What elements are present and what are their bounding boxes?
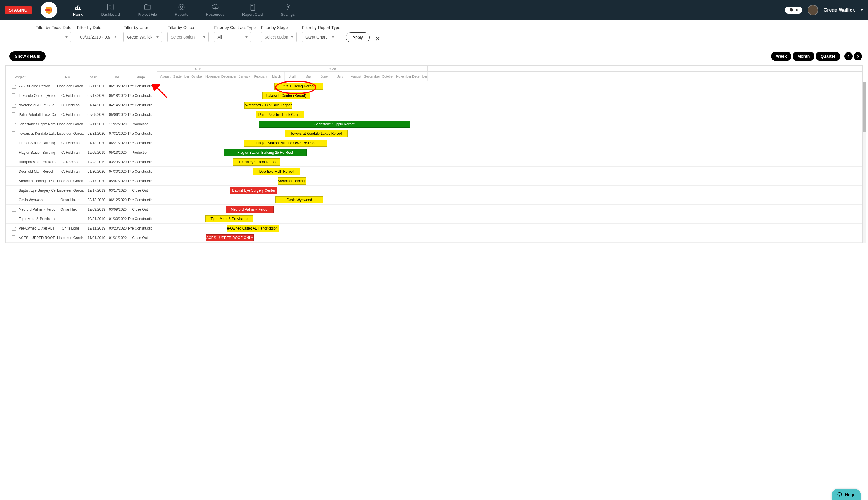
week-button[interactable]: Week — [771, 52, 791, 61]
document-icon — [12, 179, 16, 183]
nav-dashboard[interactable]: Dashboard — [92, 3, 129, 16]
row-right: Flagler Station Building 25 Re-Roof — [158, 148, 863, 157]
nav-home[interactable]: Home — [64, 3, 92, 16]
cell-project: Lakeside Center (Reroof) — [19, 94, 56, 98]
prev-button[interactable] — [844, 52, 853, 60]
cell-stage: Pre Construction — [128, 94, 152, 98]
cell-pm: J.Romeo — [56, 160, 85, 164]
chevron-down-icon[interactable] — [860, 9, 863, 11]
row-left[interactable]: Deerfield Mall- Reroof C. Feldman 01/30/… — [5, 169, 158, 174]
filter-report-input[interactable]: Gantt Chart — [302, 32, 337, 42]
filter-date-input[interactable]: 09/01/2019 - 03/✕ — [77, 32, 118, 42]
scroll-thumb[interactable] — [863, 82, 866, 132]
cell-pm: C. Feldman — [56, 113, 85, 117]
user-avatar[interactable] — [808, 5, 818, 15]
caret-down-icon — [332, 36, 334, 38]
filter-date-label: Filter by Date — [77, 25, 118, 30]
row-left[interactable]: Flagler Station Building 25 Re-Ro C. Fel… — [5, 150, 158, 155]
clear-date-button[interactable]: ✕ — [112, 32, 118, 42]
filter-fixed-date-input[interactable] — [36, 32, 71, 42]
gantt-bar[interactable]: Johnstone Supply Reroof — [259, 121, 410, 128]
cell-stage: Pre Construction — [128, 226, 152, 230]
gantt-row: Deerfield Mall- Reroof C. Feldman 01/30/… — [5, 167, 863, 176]
bell-icon — [789, 8, 794, 12]
cell-end: 06/10/2020 — [107, 84, 128, 88]
caret-down-icon — [203, 36, 206, 38]
row-left[interactable]: Medford Palms - Reroof Omar Hakim 12/09/… — [5, 207, 158, 212]
gantt-bar[interactable]: Medford Palms - Reroof — [225, 206, 274, 213]
gantt-bar[interactable]: Palm Peterbilt Truck Center — [256, 111, 304, 118]
filter-user-input[interactable]: Gregg Wallick — [124, 32, 162, 42]
cell-end: 04/14/2020 — [107, 103, 128, 107]
gantt-bar[interactable]: Arcadian Holdings — [278, 178, 306, 184]
row-left[interactable]: Flagler Station Building OW3 Re- C. Feld… — [5, 141, 158, 146]
cell-stage: Close Out — [128, 189, 152, 193]
apply-button[interactable]: Apply — [346, 32, 370, 42]
row-right: ACES - UPPER ROOF ONLY — [158, 233, 863, 242]
row-left[interactable]: Arcadian Holdings 167 Reroof Lisbeleen G… — [5, 179, 158, 183]
row-right: Medford Palms - Reroof — [158, 205, 863, 214]
row-left[interactable]: Towers at Kendale Lakes Reroof Lisbeleen… — [5, 131, 158, 136]
col-pm: PM — [53, 75, 83, 79]
col-end: End — [105, 75, 127, 79]
cell-stage: Close Out — [128, 207, 152, 212]
nav-label: Report Card — [242, 12, 263, 16]
gantt-bar[interactable]: 275 Building Reroof — [275, 83, 323, 90]
gantt-bar[interactable]: Humphrey's Farm Reroof — [233, 158, 280, 166]
cell-project: Medford Palms - Reroof — [19, 207, 56, 212]
next-button[interactable] — [854, 52, 862, 60]
row-left[interactable]: Humphrey's Farm Reroof J.Romeo 12/23/201… — [5, 160, 158, 164]
filter-user-label: Filter by User — [124, 25, 162, 30]
gantt-bar[interactable]: *Waterford 703 at Blue Lagoon — [244, 102, 292, 109]
cell-project: 275 Building Reroof — [19, 84, 56, 88]
row-left[interactable]: Oasis Wynwood Omar Hakim 03/13/2020 06/1… — [5, 197, 158, 202]
row-left[interactable]: 275 Building Reroof Lisbeleen Garcia 03/… — [5, 84, 158, 89]
vertical-scrollbar[interactable] — [863, 82, 866, 242]
gantt-bar[interactable]: Flagler Station Building 25 Re-Roof — [224, 149, 307, 156]
filter-contract-input[interactable]: All — [214, 32, 251, 42]
month-cell: August — [348, 72, 364, 81]
notification-pill[interactable]: 0 — [785, 7, 802, 14]
row-left[interactable]: Lakeside Center (Reroof) C. Feldman 02/1… — [5, 93, 158, 98]
gantt-bar[interactable]: Lakeside Center (Reroof) — [262, 92, 310, 99]
gantt-row: Medford Palms - Reroof Omar Hakim 12/09/… — [5, 205, 863, 214]
brand-logo[interactable]: BEST — [40, 2, 57, 18]
nav-resources[interactable]: Resources — [197, 3, 233, 16]
gantt-bar[interactable]: Pre-Owned Outlet AL Hendrickson To — [227, 225, 279, 232]
month-button[interactable]: Month — [792, 52, 814, 61]
gantt-bar[interactable]: Flagler Station Building OW3 Re-Roof — [244, 139, 327, 147]
filter-office-input[interactable]: Select option — [167, 32, 209, 42]
month-row: AugustSeptemberOctoberNovemberDecemberJa… — [158, 72, 863, 81]
row-left[interactable]: Pre-Owned Outlet AL Hendrickso Chris Lon… — [5, 226, 158, 231]
gantt-bar[interactable]: Deerfield Mall- Reroof — [253, 168, 300, 175]
cell-end: 03/17/2020 — [107, 189, 128, 193]
nav-reports[interactable]: Reports — [166, 3, 197, 16]
nav-settings[interactable]: Settings — [272, 3, 304, 16]
cell-pm: Lisbeleen Garcia — [56, 122, 85, 126]
gantt-bar[interactable]: Oasis Wynwood — [275, 196, 323, 204]
gantt-bar[interactable]: ACES - UPPER ROOF ONLY — [206, 234, 254, 241]
row-left[interactable]: Johnstone Supply Reroof Lisbeleen Garcia… — [5, 122, 158, 126]
row-left[interactable]: Tiger Meat & Provisions 10/31/2019 01/30… — [5, 217, 158, 221]
gantt-bar[interactable]: Tiger Meat & Provisions — [206, 215, 253, 223]
row-left[interactable]: Baptist Eye Surgery Center Lisbeleen Gar… — [5, 188, 158, 193]
filter-stage-input[interactable]: Select option — [261, 32, 297, 42]
gantt-row: ACES - UPPER ROOF ONLY Lisbeleen Garcia … — [5, 233, 863, 242]
close-filters-button[interactable]: ✕ — [375, 35, 380, 42]
row-left[interactable]: ACES - UPPER ROOF ONLY Lisbeleen Garcia … — [5, 236, 158, 240]
row-right: *Waterford 703 at Blue Lagoon — [158, 100, 863, 110]
user-name[interactable]: Gregg Wallick — [824, 8, 855, 13]
document-icon — [12, 207, 16, 212]
cell-end: 05/07/2020 — [107, 179, 128, 183]
gantt-bar[interactable]: Baptist Eye Surgery Center — [230, 187, 277, 194]
nav-project-file[interactable]: Project File — [129, 3, 166, 16]
document-icon — [12, 112, 16, 117]
cell-project: *Waterford 703 at Blue Lagoon — [19, 103, 56, 107]
svg-point-3 — [181, 7, 182, 8]
row-left[interactable]: Palm Peterbilt Truck Center C. Feldman 0… — [5, 112, 158, 117]
gantt-bar[interactable]: Towers at Kendale Lakes Reroof — [285, 130, 348, 137]
quarter-button[interactable]: Quarter — [815, 52, 840, 61]
nav-report-card[interactable]: Report Card — [233, 3, 272, 16]
show-details-button[interactable]: Show details — [10, 51, 46, 61]
row-left[interactable]: *Waterford 703 at Blue Lagoon C. Feldman… — [5, 103, 158, 107]
